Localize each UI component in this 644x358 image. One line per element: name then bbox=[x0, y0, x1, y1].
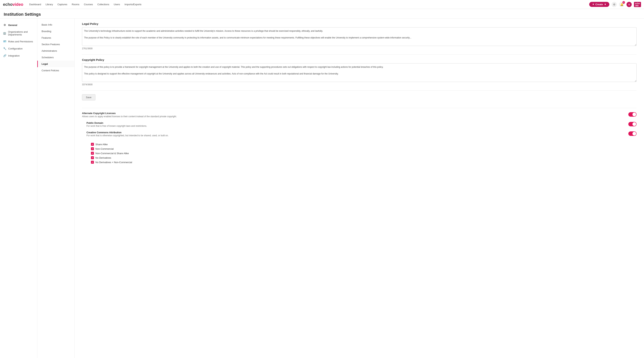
avatar[interactable]: U bbox=[626, 2, 632, 7]
sub-sidebar-schedulers[interactable]: Schedulers bbox=[37, 54, 74, 61]
public-domain-subsection: Public Domain For work that is free of k… bbox=[86, 120, 636, 164]
checkbox-share-alike[interactable]: Share Alike bbox=[91, 142, 636, 146]
checkbox-non-commercial[interactable]: Non-Commercial bbox=[91, 146, 636, 151]
copyright-policy-label: Copyright Policy bbox=[82, 58, 636, 61]
nav-captures[interactable]: Captures bbox=[58, 3, 67, 6]
sidebar-integration-label: Integration bbox=[8, 54, 20, 57]
alternate-copyright-desc: Allows users to apply enabled licenses t… bbox=[82, 115, 625, 118]
divider-2 bbox=[82, 90, 636, 91]
sidebar-item-integration[interactable]: 🔗 Integration bbox=[0, 52, 37, 59]
creative-commons-row: Creative Commons Attribution For work th… bbox=[86, 131, 636, 138]
no-derivatives-checkbox[interactable] bbox=[91, 156, 94, 159]
logo-video: video bbox=[12, 2, 23, 7]
nav-right: ✦ Create ▼ ⚙ 🔔 51 U echo360 bbox=[589, 2, 641, 7]
roles-icon: 🪪 bbox=[3, 40, 6, 43]
public-domain-toggle[interactable] bbox=[628, 122, 636, 126]
no-derivatives-non-commercial-label: No Derivatives + Non-Commercial bbox=[96, 161, 132, 164]
logo-echo: echo bbox=[3, 2, 12, 7]
nav-dashboard[interactable]: Dashboard bbox=[29, 3, 41, 6]
nav-rooms[interactable]: Rooms bbox=[72, 3, 80, 6]
nav-imports-exports[interactable]: Imports/Exports bbox=[124, 3, 142, 6]
copyright-policy-textarea[interactable] bbox=[82, 63, 636, 82]
no-derivatives-label: No Derivatives bbox=[96, 156, 111, 159]
topnav: echovideo Dashboard Library Captures Roo… bbox=[0, 0, 644, 9]
sidebar-roles-label: Roles and Permissions bbox=[8, 40, 33, 43]
public-domain-info: Public Domain For work that is free of k… bbox=[86, 121, 625, 129]
sub-sidebar-basic-info[interactable]: Basic Info bbox=[37, 22, 74, 28]
sub-sidebar-legal[interactable]: Legal bbox=[37, 61, 74, 67]
public-domain-desc: For work that is free of known copyright… bbox=[86, 125, 625, 127]
sidebar-organizations-label: Organizations and Departments bbox=[8, 31, 34, 36]
non-commercial-label: Non-Commercial bbox=[96, 147, 114, 150]
create-label: Create bbox=[595, 3, 603, 6]
sidebar-item-organizations[interactable]: 🏢 Organizations and Departments bbox=[0, 29, 37, 38]
non-commercial-share-alike-label: Non-Commercial & Share Alike bbox=[96, 152, 129, 155]
create-icon: ✦ bbox=[592, 3, 594, 6]
settings-icon-button[interactable]: ⚙ bbox=[612, 2, 617, 7]
no-derivatives-non-commercial-checkbox[interactable] bbox=[91, 161, 94, 164]
create-chevron-icon: ▼ bbox=[604, 3, 606, 6]
copyright-policy-char-count: 3374/3600 bbox=[82, 83, 636, 86]
nav-collections[interactable]: Collections bbox=[98, 3, 110, 6]
creative-commons-title: Creative Commons Attribution bbox=[86, 131, 625, 134]
notification-badge: 51 bbox=[622, 1, 625, 4]
sidebar-item-roles[interactable]: 🪪 Roles and Permissions bbox=[0, 38, 37, 45]
main-content: Legal Policy 2761/3600 Copyright Policy … bbox=[74, 19, 644, 358]
sub-sidebar-branding[interactable]: Branding bbox=[37, 28, 74, 35]
alternate-copyright-row: Alternate Copyright Licenses Allows user… bbox=[82, 112, 636, 118]
legal-policy-textarea[interactable] bbox=[82, 27, 636, 46]
sidebar-item-configuration[interactable]: 🔧 Configuration bbox=[0, 45, 37, 52]
checkbox-no-derivatives-non-commercial[interactable]: No Derivatives + Non-Commercial bbox=[91, 160, 636, 164]
create-button[interactable]: ✦ Create ▼ bbox=[589, 2, 609, 7]
legal-policy-section: Legal Policy 2761/3600 bbox=[82, 22, 636, 50]
creative-commons-info: Creative Commons Attribution For work th… bbox=[86, 131, 625, 138]
legal-policy-label: Legal Policy bbox=[82, 22, 636, 25]
integration-icon: 🔗 bbox=[3, 54, 6, 57]
creative-commons-toggle[interactable] bbox=[628, 131, 636, 136]
main-layout: ⚙ General 🏢 Organizations and Department… bbox=[0, 19, 644, 358]
non-commercial-checkbox[interactable] bbox=[91, 147, 94, 150]
alternate-copyright-title: Alternate Copyright Licenses bbox=[82, 112, 625, 115]
legal-policy-char-count: 2761/3600 bbox=[82, 47, 636, 50]
sub-sidebar-section-features[interactable]: Section Features bbox=[37, 41, 74, 48]
echo360-badge[interactable]: echo360 bbox=[634, 2, 641, 7]
sidebar-item-general[interactable]: ⚙ General bbox=[0, 22, 37, 29]
nav-users[interactable]: Users bbox=[114, 3, 120, 6]
organizations-icon: 🏢 bbox=[3, 32, 6, 35]
divider-1 bbox=[82, 54, 636, 55]
notification-bell-button[interactable]: 🔔 51 bbox=[619, 2, 624, 7]
page-container: Institution Settings ⚙ General 🏢 Organiz… bbox=[0, 9, 644, 358]
creative-commons-checkboxes: Share Alike Non-Commercial Non-Commercia… bbox=[91, 140, 636, 164]
alternate-copyright-toggle[interactable] bbox=[628, 112, 636, 117]
copyright-policy-section: Copyright Policy 3374/3600 bbox=[82, 58, 636, 86]
left-sidebar: ⚙ General 🏢 Organizations and Department… bbox=[0, 19, 37, 358]
configuration-icon: 🔧 bbox=[3, 47, 6, 50]
sub-sidebar-content-policies[interactable]: Content Policies bbox=[37, 67, 74, 74]
public-domain-title: Public Domain bbox=[86, 121, 625, 124]
sub-sidebar: Basic Info Branding Features Section Fea… bbox=[37, 19, 74, 358]
general-icon: ⚙ bbox=[3, 23, 6, 27]
sidebar-general-label: General bbox=[8, 24, 17, 27]
divider-3 bbox=[82, 108, 636, 108]
checkbox-non-commercial-share-alike[interactable]: Non-Commercial & Share Alike bbox=[91, 151, 636, 155]
public-domain-row: Public Domain For work that is free of k… bbox=[86, 121, 636, 129]
creative-commons-desc: For work that is otherwise copyrighted, … bbox=[86, 134, 625, 137]
sub-sidebar-administrators[interactable]: Administrators bbox=[37, 48, 74, 54]
save-button[interactable]: Save bbox=[82, 94, 96, 100]
alternate-copyright-info: Alternate Copyright Licenses Allows user… bbox=[82, 112, 625, 118]
checkbox-no-derivatives[interactable]: No Derivatives bbox=[91, 155, 636, 160]
sidebar-configuration-label: Configuration bbox=[8, 47, 22, 50]
share-alike-label: Share Alike bbox=[96, 143, 108, 146]
sub-sidebar-features[interactable]: Features bbox=[37, 35, 74, 41]
share-alike-checkbox[interactable] bbox=[91, 143, 94, 146]
page-title: Institution Settings bbox=[0, 9, 644, 19]
non-commercial-share-alike-checkbox[interactable] bbox=[91, 152, 94, 155]
nav-library[interactable]: Library bbox=[46, 3, 53, 6]
nav-courses[interactable]: Courses bbox=[84, 3, 93, 6]
logo[interactable]: echovideo bbox=[3, 2, 23, 7]
